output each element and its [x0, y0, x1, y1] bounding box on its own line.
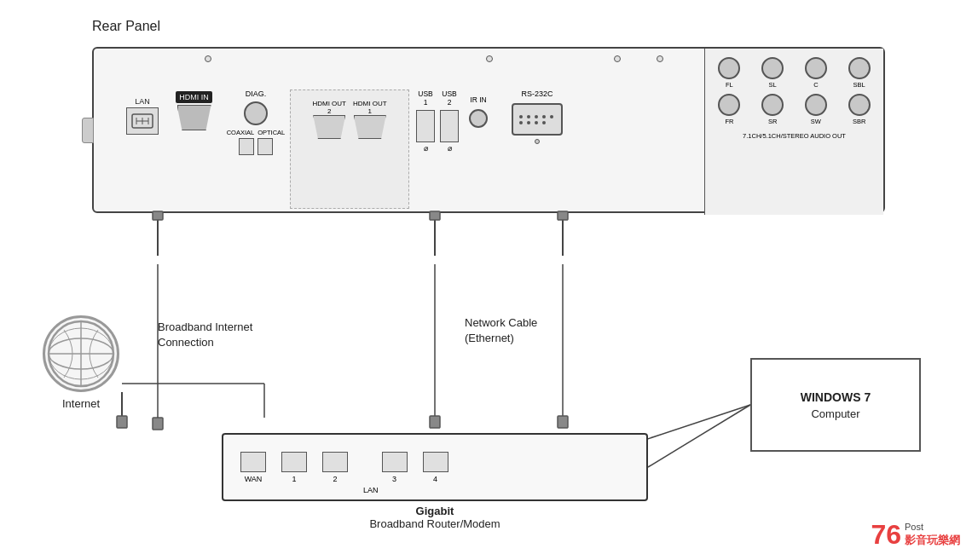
- audio-circle-sw: [805, 94, 827, 116]
- rs232c-label: RS-232C: [521, 89, 553, 98]
- usb-1-shape: [416, 110, 435, 142]
- audio-circle-fr: [718, 94, 740, 116]
- usb-1-num: 1: [424, 98, 428, 107]
- usb-2-shape: [440, 110, 459, 142]
- svg-rect-21: [558, 416, 568, 428]
- lan-label: LAN: [135, 97, 150, 106]
- audio-port-sbl: SBL: [840, 57, 878, 89]
- audio-port-sr: SR: [754, 94, 792, 125]
- usb-1-label: USB: [418, 89, 432, 98]
- usb-1-port: USB 1 ⌀: [416, 89, 435, 153]
- audio-label-sbl: SBL: [853, 81, 865, 89]
- router-box: WAN 1 2 LAN 3 4 Gigabit Broadband Router…: [222, 433, 648, 501]
- lan-port: LAN: [121, 95, 164, 135]
- audio-port-sl: SL: [754, 57, 792, 89]
- lan-icon: [126, 107, 159, 135]
- router-label-bold: Gigabit: [416, 505, 454, 517]
- watermark-number: 76: [871, 521, 901, 548]
- ir-in-label: IR IN: [470, 95, 486, 104]
- router-port-3: 3: [382, 452, 408, 483]
- coax-opt-labels: COAXIAL OPTICAL: [227, 129, 286, 136]
- audio-section: FL SL C SBL FR SR: [704, 49, 883, 215]
- router-port-4-label: 4: [433, 475, 437, 483]
- coaxial-port: [239, 138, 254, 155]
- globe-circle: [43, 315, 119, 392]
- router-port-4: 4: [423, 452, 448, 483]
- svg-rect-17: [430, 416, 440, 428]
- svg-line-22: [648, 405, 750, 467]
- rs232c-shape: [512, 103, 563, 136]
- watermark-site: 影音玩樂網: [905, 534, 960, 548]
- usb-2-symbol: ⌀: [448, 144, 452, 153]
- router-port-3-label: 3: [392, 475, 396, 483]
- rs232c-screw: [535, 139, 540, 144]
- audio-label-sr: SR: [768, 118, 777, 125]
- audio-circle-sl: [761, 57, 784, 79]
- watermark-text: Post 影音玩樂網: [905, 521, 960, 547]
- screw-hole: [486, 55, 493, 62]
- audio-label-fl: FL: [726, 81, 733, 89]
- audio-port-sbr: SBR: [840, 94, 878, 125]
- diag-label: DIAG.: [246, 89, 267, 98]
- audio-circle-c: [805, 57, 827, 79]
- router-port-wan: WAN: [240, 452, 266, 483]
- router-port-3-shape: [382, 452, 408, 472]
- device-chassis: LAN HDMI IN DIAG. COAXIAL OPTICAL: [92, 47, 885, 213]
- optical-port: [257, 138, 273, 155]
- audio-ports-grid: FL SL C SBL FR SR: [705, 49, 883, 129]
- audio-circle-sbr: [848, 94, 871, 116]
- hdmi-out-2-port: HDMI OUT 2: [312, 100, 346, 139]
- audio-port-sw: SW: [797, 94, 836, 125]
- router-label-regular: Broadband Router/Modem: [369, 517, 500, 530]
- hdmi-in-badge: HDMI IN: [176, 91, 212, 103]
- hdmi-out-1-port: HDMI OUT 1: [353, 100, 387, 139]
- router-port-wan-label: WAN: [245, 475, 263, 483]
- watermark: 76 Post 影音玩樂網: [871, 521, 960, 548]
- audio-out-text: 7.1CH/5.1CH/STEREO AUDIO OUT: [705, 132, 883, 140]
- audio-circle-fl: [718, 57, 740, 79]
- router-port-1-label: 1: [292, 475, 296, 483]
- audio-label-sbr: SBR: [853, 118, 865, 125]
- hdmi-in-icon: [177, 105, 211, 130]
- audio-circle-sbl: [848, 57, 871, 79]
- coax-circle: [244, 101, 268, 125]
- optical-label: OPTICAL: [257, 129, 285, 136]
- audio-label-sw: SW: [811, 118, 821, 125]
- router-ports: WAN 1 2 LAN 3 4: [223, 435, 646, 499]
- svg-rect-8: [153, 418, 163, 430]
- network-cable-label: Network Cable (Ethernet): [465, 315, 537, 346]
- audio-label-c: C: [813, 81, 818, 89]
- usb-2-port: USB 2 ⌀: [440, 89, 459, 153]
- hdmi-out-area: HDMI OUT 2 HDMI OUT 1: [290, 89, 409, 209]
- usb-2-num: 2: [448, 98, 452, 107]
- audio-port-fr: FR: [710, 94, 749, 125]
- ir-in-port: IR IN: [469, 95, 488, 128]
- left-knob: [82, 118, 94, 143]
- watermark-post: Post: [905, 521, 960, 533]
- coaxial-label: COAXIAL: [227, 129, 255, 136]
- hdmi-out-1-shape: [354, 115, 386, 139]
- usb-area: USB 1 ⌀ USB 2 ⌀: [416, 89, 459, 153]
- router-port-2-shape: [322, 452, 348, 472]
- windows7-title: WINDOWS 7: [801, 390, 871, 404]
- screw-hole: [614, 55, 621, 62]
- rs232c-port: RS-232C: [512, 89, 563, 144]
- windows7-subtitle: Computer: [811, 407, 859, 420]
- audio-port-c: C: [797, 57, 836, 89]
- audio-label-fr: FR: [725, 118, 733, 125]
- hdmi-out-ports: HDMI OUT 2 HDMI OUT 1: [312, 100, 386, 139]
- windows7-computer-box: WINDOWS 7 Computer: [750, 358, 921, 452]
- hdmi-in-port: HDMI IN: [171, 91, 217, 137]
- internet-label: Internet: [43, 397, 119, 410]
- router-port-2-label: 2: [333, 475, 337, 483]
- screw-hole: [657, 55, 663, 62]
- router-lan-label: LAN: [363, 486, 379, 499]
- router-port-4-shape: [423, 452, 448, 472]
- hdmi-out-2-shape: [313, 115, 345, 139]
- router-port-2: 2: [322, 452, 348, 483]
- audio-port-fl: FL: [710, 57, 749, 89]
- ir-in-circle: [469, 109, 488, 128]
- usb-2-label: USB: [442, 89, 456, 98]
- audio-circle-sr: [761, 94, 784, 116]
- screw-hole: [205, 55, 211, 62]
